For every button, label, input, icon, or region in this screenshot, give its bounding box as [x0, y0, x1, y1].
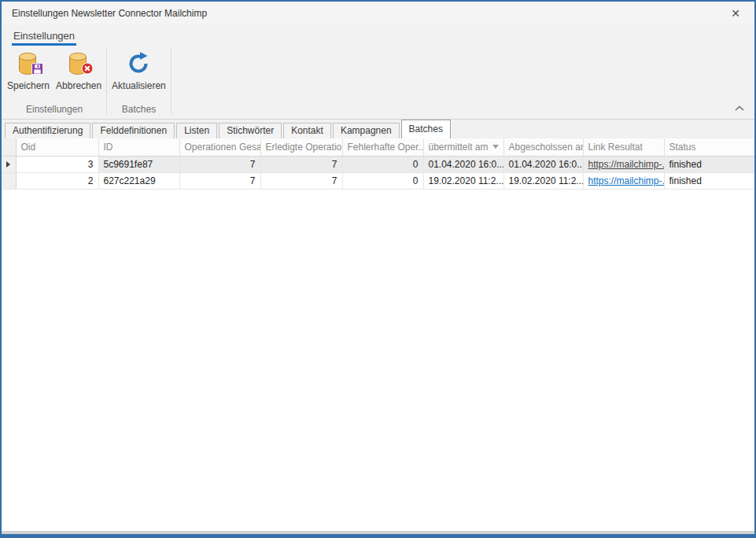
column-header-ops-failed[interactable]: Fehlerhafte Oper...: [342, 138, 423, 156]
result-link[interactable]: https://mailchimp-...: [588, 175, 665, 186]
refresh-icon: [125, 50, 152, 79]
table-row[interactable]: 2 627c221a29 7 7 0 19.02.2020 11:2... 19…: [2, 172, 754, 189]
cell-ops-failed[interactable]: 0: [342, 156, 423, 172]
cell-status[interactable]: finished: [664, 172, 754, 189]
save-overlay-icon: [31, 63, 43, 78]
row-indicator-header: [2, 138, 16, 156]
column-header-ops-done[interactable]: Erledigte Operatio...: [260, 138, 342, 156]
tab-batches[interactable]: Batches: [401, 120, 451, 138]
batches-grid: Oid ID Operationen Gesa... Erledigte Ope…: [2, 138, 754, 531]
ribbon-group-caption-batches: Batches: [109, 104, 169, 119]
column-header-ops-total[interactable]: Operationen Gesa...: [179, 138, 260, 156]
cell-submitted[interactable]: 01.04.2020 16:0...: [423, 156, 503, 172]
title-bar: Einstellungen Newsletter Connector Mailc…: [2, 2, 754, 25]
column-header-submitted[interactable]: übermittelt am: [423, 138, 503, 156]
result-link[interactable]: https://mailchimp-...: [588, 159, 665, 170]
current-row-indicator: [2, 156, 16, 172]
row-indicator-cell: [2, 172, 16, 189]
grid-header-row: Oid ID Operationen Gesa... Erledigte Ope…: [2, 138, 754, 156]
tab-felddefinitionen[interactable]: Felddefinitionen: [92, 123, 175, 138]
save-button[interactable]: Speichern: [4, 49, 53, 93]
tab-kontakt[interactable]: Kontakt: [283, 123, 331, 138]
cell-ops-failed[interactable]: 0: [342, 172, 423, 189]
tab-listen[interactable]: Listen: [176, 123, 217, 138]
cancel-overlay-icon: [81, 62, 94, 78]
window-title: Einstellungen Newsletter Connector Mailc…: [12, 8, 725, 19]
refresh-button[interactable]: Aktualisieren: [109, 49, 169, 93]
cell-link[interactable]: https://mailchimp-...: [583, 156, 664, 172]
ribbon-group-caption-einstellungen: Einstellungen: [4, 104, 105, 119]
tab-kampagnen[interactable]: Kampagnen: [333, 123, 400, 138]
cell-link[interactable]: https://mailchimp-...: [583, 172, 664, 189]
column-header-status[interactable]: Status: [664, 138, 754, 156]
ribbon-group-einstellungen: Speichern: [4, 46, 105, 119]
window-bottom-strip: [2, 531, 754, 534]
cell-id[interactable]: 627c221a29: [98, 172, 179, 189]
column-header-completed[interactable]: Abgescholssen am: [503, 138, 583, 156]
close-icon[interactable]: ✕: [725, 6, 747, 20]
database-save-icon: [15, 50, 42, 79]
ribbon-group-batches: Aktualisieren Batches: [109, 46, 169, 119]
ribbon-group-separator: [106, 49, 107, 114]
cell-ops-done[interactable]: 7: [260, 172, 342, 189]
column-header-id[interactable]: ID: [98, 138, 179, 156]
cell-oid[interactable]: 2: [16, 172, 98, 189]
save-button-label: Speichern: [7, 80, 50, 91]
row-arrow-icon: [6, 161, 10, 168]
ribbon-tab-einstellungen[interactable]: Einstellungen: [12, 30, 76, 46]
cancel-button-label: Abbrechen: [56, 80, 101, 91]
cell-ops-total[interactable]: 7: [179, 156, 260, 172]
cell-status[interactable]: finished: [664, 156, 754, 172]
table-row[interactable]: 3 5c9691fe87 7 7 0 01.04.2020 16:0... 01…: [2, 156, 754, 172]
cell-completed[interactable]: 01.04.2020 16:0...: [503, 156, 583, 172]
database-cancel-icon: [65, 50, 92, 79]
ribbon-group-separator: [171, 49, 171, 114]
cell-completed[interactable]: 19.02.2020 11:2...: [503, 172, 583, 189]
refresh-button-label: Aktualisieren: [112, 80, 166, 91]
column-header-link[interactable]: Link Resultat: [583, 138, 664, 156]
ribbon: Speichern: [2, 46, 754, 120]
cell-submitted[interactable]: 19.02.2020 11:2...: [423, 172, 503, 189]
page-tab-strip: Authentifizierung Felddefinitionen Liste…: [2, 120, 754, 138]
tab-authentifizierung[interactable]: Authentifizierung: [5, 123, 90, 138]
cell-id[interactable]: 5c9691fe87: [98, 156, 179, 172]
cell-ops-done[interactable]: 7: [260, 156, 342, 172]
tab-stichwoerter[interactable]: Stichwörter: [219, 123, 282, 138]
column-header-oid[interactable]: Oid: [16, 138, 98, 156]
sort-descending-icon: [492, 145, 499, 149]
chevron-up-icon[interactable]: [732, 103, 747, 114]
cell-oid[interactable]: 3: [16, 156, 98, 172]
cancel-button[interactable]: Abbrechen: [53, 49, 105, 93]
ribbon-tab-row: Einstellungen: [2, 25, 754, 46]
cell-ops-total[interactable]: 7: [179, 172, 260, 189]
settings-dialog-window: Einstellungen Newsletter Connector Mailc…: [0, 0, 756, 538]
